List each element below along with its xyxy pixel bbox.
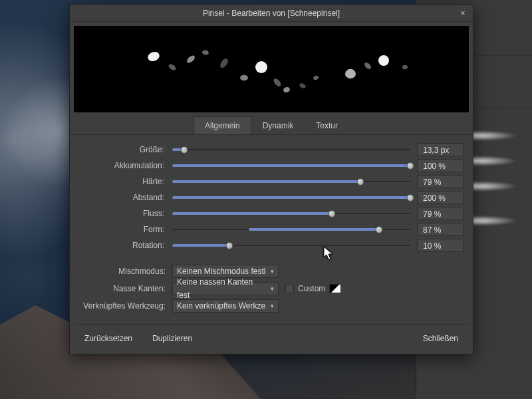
- custom-checkbox[interactable]: [285, 285, 294, 293]
- brush-dot: [273, 77, 283, 88]
- slider-row: Rotation:10 %: [79, 237, 464, 253]
- slider-label: Rotation:: [79, 241, 166, 250]
- slider-row: Form:87 %: [79, 221, 464, 237]
- brush-dot: [168, 63, 177, 72]
- slider-thumb[interactable]: [407, 162, 414, 170]
- slider-track[interactable]: [172, 225, 410, 234]
- brush-stroke-preview-area: [74, 26, 469, 112]
- slider-thumb[interactable]: [328, 210, 335, 217]
- chevron-down-icon: ▾: [271, 299, 274, 313]
- slider-label: Akkumulation:: [79, 161, 166, 170]
- duplicate-button[interactable]: Duplizieren: [147, 331, 198, 346]
- slider-thumb[interactable]: [356, 178, 364, 186]
- slider-row: Größe:13,3 px: [79, 142, 464, 158]
- dialog-tabs: Allgemein Dynamik Textur: [70, 116, 473, 135]
- brush-dot: [345, 69, 356, 78]
- slider-value[interactable]: 10 %: [417, 239, 464, 252]
- slider-label: Härte:: [79, 177, 166, 186]
- brush-dot: [378, 55, 389, 66]
- brush-dot: [240, 75, 248, 80]
- slider-row: Akkumulation:100 %: [79, 158, 464, 174]
- slider-thumb[interactable]: [376, 226, 383, 233]
- slider-value[interactable]: 79 %: [417, 207, 464, 220]
- reset-button[interactable]: Zurücksetzen: [79, 331, 138, 346]
- brush-dot: [283, 86, 291, 93]
- slider-label: Form:: [79, 225, 166, 234]
- chevron-down-icon: ▾: [271, 282, 274, 295]
- wet-edges-label: Nasse Kanten:: [79, 284, 166, 293]
- slider-track[interactable]: [172, 161, 410, 170]
- tab-texture[interactable]: Textur: [305, 116, 349, 134]
- slider-label: Fluss:: [79, 209, 166, 218]
- slider-track[interactable]: [172, 241, 410, 250]
- brush-dot: [201, 50, 209, 56]
- close-icon[interactable]: ×: [457, 7, 469, 19]
- brush-dot: [363, 61, 372, 70]
- slider-track[interactable]: [172, 209, 410, 218]
- slider-value[interactable]: 87 %: [417, 223, 464, 236]
- brush-dot: [186, 55, 196, 65]
- slider-thumb[interactable]: [225, 242, 233, 249]
- brush-dot: [255, 61, 267, 73]
- slider-row: Fluss:79 %: [79, 205, 464, 221]
- chevron-down-icon: ▾: [271, 265, 274, 278]
- slider-track[interactable]: [172, 193, 410, 202]
- slider-track[interactable]: [172, 145, 410, 154]
- slider-group: Größe:13,3 pxAkkumulation:100 %Härte:79 …: [70, 135, 473, 257]
- slider-value[interactable]: 79 %: [417, 175, 464, 188]
- close-button[interactable]: Schließen: [418, 331, 464, 346]
- custom-label: Custom: [298, 284, 325, 293]
- slider-label: Abstand:: [79, 193, 166, 202]
- slider-label: Größe:: [79, 145, 166, 154]
- slider-value[interactable]: 200 %: [417, 191, 464, 204]
- brush-dot: [313, 75, 319, 81]
- brush-dot: [299, 82, 307, 90]
- slider-row: Abstand:200 %: [79, 190, 464, 205]
- brush-dot: [402, 65, 408, 70]
- blend-mode-label: Mischmodus:: [79, 267, 166, 276]
- tab-dynamics[interactable]: Dynamik: [251, 116, 305, 134]
- slider-thumb[interactable]: [180, 146, 188, 154]
- tab-general[interactable]: Allgemein: [194, 116, 251, 134]
- dialog-title: Pinsel - Bearbeiten von [Schneepinsel]: [203, 9, 340, 18]
- linked-tool-label: Verknüpftes Werkzeug:: [79, 301, 166, 311]
- slider-value[interactable]: 13,3 px: [417, 143, 464, 156]
- brush-dot: [146, 51, 161, 63]
- brush-dot: [219, 57, 229, 69]
- wet-edges-select[interactable]: Keine nassen Kanten fest ▾: [172, 282, 279, 295]
- brush-edit-dialog: Pinsel - Bearbeiten von [Schneepinsel] ×…: [69, 4, 473, 354]
- dialog-footer: Zurücksetzen Duplizieren Schließen: [70, 325, 473, 354]
- slider-thumb[interactable]: [407, 194, 414, 201]
- slider-track[interactable]: [172, 177, 410, 186]
- linked-tool-select[interactable]: Kein verknüpftes Werkze ▾: [172, 299, 279, 313]
- slider-row: Härte:79 %: [79, 174, 464, 190]
- dialog-titlebar[interactable]: Pinsel - Bearbeiten von [Schneepinsel] ×: [70, 5, 473, 22]
- dropdown-group: Mischmodus: Keinen Mischmodus festl ▾ Na…: [70, 257, 473, 317]
- gradient-swatch[interactable]: [329, 284, 341, 293]
- slider-value[interactable]: 100 %: [417, 159, 464, 172]
